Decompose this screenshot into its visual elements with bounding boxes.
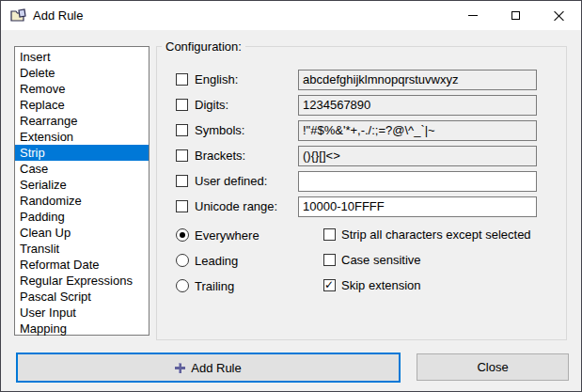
rule-list-item[interactable]: Pascal Script: [15, 289, 149, 305]
rule-list-item[interactable]: Extension: [15, 129, 149, 145]
rule-list-item[interactable]: Replace: [15, 97, 149, 113]
rule-list-item[interactable]: Serialize: [15, 177, 149, 193]
unicode-range-row: Unicode range: 10000-10FFFF: [157, 196, 568, 217]
brackets-label: Brackets:: [195, 149, 245, 163]
digits-label: Digits:: [195, 98, 228, 112]
brackets-checkbox[interactable]: [176, 149, 188, 162]
user-defined-row: User defined:: [157, 171, 568, 192]
english-label: English:: [195, 72, 238, 86]
rule-list-item[interactable]: Mapping: [15, 321, 149, 337]
window-controls: [451, 1, 581, 30]
unicode-range-field[interactable]: 10000-10FFFF: [298, 196, 537, 217]
trailing-label: Trailing: [195, 279, 234, 293]
close-dialog-button[interactable]: Close: [417, 353, 569, 381]
rule-list-item-selected[interactable]: Strip: [15, 145, 149, 161]
add-rule-dialog: Add Rule Insert Delete Remove Replace Re…: [0, 0, 582, 392]
rule-list-item[interactable]: Rearrange: [15, 113, 149, 129]
rule-list-item[interactable]: Randomize: [15, 193, 149, 209]
title-bar: Add Rule: [1, 1, 581, 30]
plus-icon: [175, 363, 185, 373]
rule-list-item[interactable]: Padding: [15, 209, 149, 225]
rule-list-item[interactable]: Case: [15, 161, 149, 177]
symbols-row: Symbols: !"#$%&'*+,-./:;=?@\^_`|~: [157, 120, 568, 141]
everywhere-radio[interactable]: [176, 228, 189, 242]
case-sensitive-label: Case sensitive: [341, 253, 421, 267]
configuration-group-label: Configuration:: [162, 39, 245, 54]
strip-all-except-selected-label: Strip all characters except selected: [341, 227, 531, 242]
window-title: Add Rule: [33, 1, 83, 30]
rule-list-item[interactable]: Reformat Date: [15, 257, 149, 273]
rule-list-item[interactable]: User Input: [15, 305, 149, 321]
rule-list-item[interactable]: Regular Expressions: [15, 273, 149, 289]
symbols-label: Symbols:: [195, 123, 244, 137]
user-defined-label: User defined:: [195, 174, 267, 188]
close-icon: [554, 10, 565, 22]
configuration-group: Configuration: English: abcdefghijklmnop…: [156, 46, 567, 340]
unicode-range-label: Unicode range:: [195, 199, 277, 213]
minimize-button[interactable]: [451, 1, 495, 30]
rule-type-list: Insert Delete Remove Replace Rearrange E…: [14, 46, 149, 336]
strip-all-except-selected-checkbox[interactable]: [323, 228, 336, 241]
leading-label: Leading: [195, 254, 238, 268]
english-field[interactable]: abcdefghijklmnopqrstuvwxyz: [298, 70, 537, 90]
rule-list-item[interactable]: Translit: [15, 241, 149, 257]
rule-list-item[interactable]: Insert: [15, 49, 149, 65]
skip-extension-checkbox[interactable]: [323, 279, 336, 291]
add-rule-button[interactable]: Add Rule: [16, 353, 401, 383]
everywhere-label: Everywhere: [195, 228, 260, 243]
trailing-radio[interactable]: [176, 279, 189, 292]
rule-list-item[interactable]: Delete: [15, 65, 149, 81]
rule-list-item[interactable]: Remove: [15, 81, 149, 97]
digits-row: Digits: 1234567890: [157, 95, 568, 116]
maximize-button[interactable]: [495, 1, 538, 30]
leading-radio[interactable]: [176, 254, 189, 267]
unicode-range-checkbox[interactable]: [176, 200, 188, 212]
english-checkbox[interactable]: [176, 73, 188, 86]
rule-list-item[interactable]: Clean Up: [15, 225, 149, 241]
user-defined-checkbox[interactable]: [176, 175, 188, 187]
maximize-icon: [511, 11, 520, 20]
case-sensitive-checkbox[interactable]: [323, 254, 336, 266]
brackets-row: Brackets: (){}[]<>: [157, 146, 568, 166]
english-row: English: abcdefghijklmnopqrstuvwxyz: [157, 70, 568, 90]
digits-checkbox[interactable]: [176, 99, 188, 111]
brackets-field[interactable]: (){}[]<>: [298, 146, 537, 166]
add-rule-button-label: Add Rule: [191, 361, 241, 375]
minimize-icon: [468, 15, 478, 16]
app-icon: [10, 8, 26, 24]
symbols-field[interactable]: !"#$%&'*+,-./:;=?@\^_`|~: [298, 120, 537, 141]
close-window-button[interactable]: [538, 1, 581, 30]
skip-extension-label: Skip extension: [341, 278, 421, 292]
digits-field[interactable]: 1234567890: [298, 95, 537, 116]
symbols-checkbox[interactable]: [176, 124, 188, 136]
user-defined-field[interactable]: [298, 171, 537, 192]
